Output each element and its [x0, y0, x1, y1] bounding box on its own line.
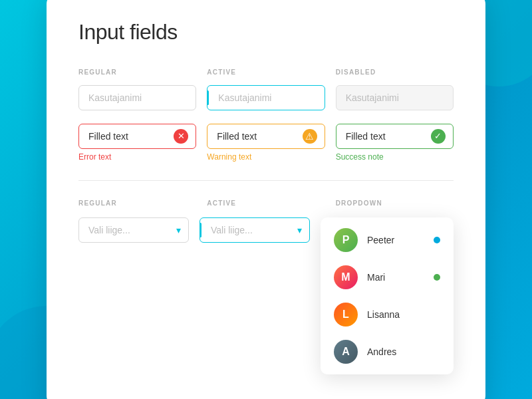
dropdown-item-mari[interactable]: M Mari	[321, 259, 454, 296]
active-label: ACTIVE	[207, 68, 325, 76]
active-bar-dropdown	[200, 223, 201, 237]
success-input-wrapper: ✓	[336, 124, 454, 149]
dropdown-panel: P Peeter M Mari L Lisanna A Andres	[321, 217, 454, 374]
error-input-wrapper: ✕	[78, 124, 196, 149]
regular-dropdown-wrapper: Vali liige... Peeter Mari Lisanna Andres…	[78, 217, 189, 243]
dropdown-open-label-col: DROPDOWN	[336, 200, 454, 212]
disabled-input	[336, 85, 454, 110]
dropdown-row-labels: REGULAR ACTIVE DROPDOWN	[78, 200, 454, 212]
dropdown-row: Vali liige... Peeter Mari Lisanna Andres…	[78, 217, 454, 374]
regular-input[interactable]	[78, 85, 196, 110]
dropdown-open-label: DROPDOWN	[336, 200, 454, 207]
warning-field-col: ⚠ Warning text	[207, 124, 325, 162]
warning-note: Warning text	[207, 152, 325, 162]
dropdown-active-label-col: ACTIVE	[207, 200, 325, 212]
warning-input-wrapper: ⚠	[207, 124, 325, 149]
open-dropdown-col: P Peeter M Mari L Lisanna A Andres	[321, 217, 454, 374]
error-icon: ✕	[174, 129, 188, 144]
dropdown-item-peeter[interactable]: P Peeter	[321, 221, 454, 259]
active-input-wrapper	[207, 85, 325, 110]
success-note: Success note	[336, 152, 454, 162]
dropdown-regular-label: REGULAR	[78, 200, 196, 207]
status-dot-peeter	[434, 237, 440, 243]
success-icon: ✓	[431, 129, 446, 144]
status-dot-mari	[434, 274, 440, 281]
regular-dropdown[interactable]: Vali liige... Peeter Mari Lisanna Andres	[78, 217, 189, 243]
error-field-col: ✕ Error text	[78, 124, 196, 162]
divider	[78, 180, 454, 181]
avatar-peeter: P	[334, 228, 358, 252]
avatar-andres: A	[334, 340, 358, 364]
disabled-label: DISABLED	[336, 68, 454, 76]
item-name-andres: Andres	[367, 346, 440, 357]
avatar-mari: M	[334, 265, 358, 289]
dropdown-item-andres[interactable]: A Andres	[321, 333, 454, 370]
regular-col: REGULAR	[78, 68, 196, 81]
active-dropdown[interactable]: Vali liige... Peeter Mari Lisanna Andres	[200, 217, 310, 243]
disabled-col: DISABLED	[336, 68, 454, 81]
filled-input-row: ✕ Error text ⚠ Warning text ✓ Success no…	[78, 124, 454, 162]
active-dropdown-col: Vali liige... Peeter Mari Lisanna Andres…	[200, 217, 310, 243]
dropdown-item-lisanna[interactable]: L Lisanna	[321, 296, 454, 333]
main-card: Input fields REGULAR ACTIVE DISABLED	[47, 0, 485, 399]
success-field-col: ✓ Success note	[336, 124, 454, 162]
item-name-lisanna: Lisanna	[367, 309, 440, 320]
warning-icon: ⚠	[303, 129, 317, 144]
item-name-peeter: Peeter	[367, 235, 424, 245]
active-bar	[207, 90, 209, 105]
regular-label: REGULAR	[78, 68, 196, 76]
active-dropdown-wrapper: Vali liige... Peeter Mari Lisanna Andres…	[200, 217, 310, 243]
item-name-mari: Mari	[367, 272, 424, 283]
regular-dropdown-col: Vali liige... Peeter Mari Lisanna Andres…	[78, 217, 189, 243]
disabled-field-col	[336, 85, 454, 110]
page-title: Input fields	[78, 20, 454, 45]
active-field-col	[207, 85, 325, 110]
text-input-row-labels: REGULAR ACTIVE DISABLED	[78, 68, 454, 81]
avatar-lisanna: L	[334, 303, 358, 327]
regular-field-col	[78, 85, 196, 110]
dropdown-active-label: ACTIVE	[207, 200, 325, 207]
active-col: ACTIVE	[207, 68, 325, 81]
error-note: Error text	[78, 152, 196, 162]
text-input-row	[78, 85, 454, 110]
active-input[interactable]	[207, 85, 325, 110]
dropdown-regular-label-col: REGULAR	[78, 200, 196, 212]
